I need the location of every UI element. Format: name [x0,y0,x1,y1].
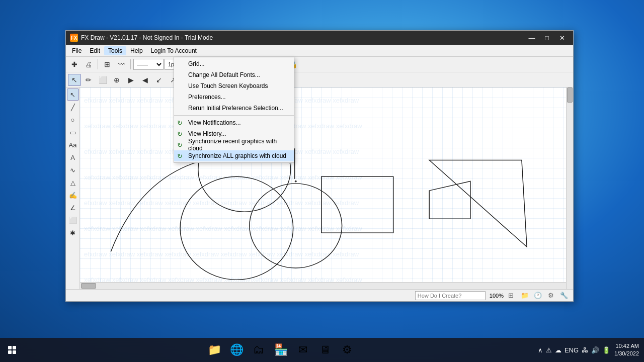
toolbar-arrow2-btn[interactable]: ◀ [138,74,151,86]
tool-rect[interactable]: ▭ [67,126,79,138]
toolbar-row-2: ↖ ✏ ⬜ ⊕ ▶ ◀ ↙ ↗ $p ⚙ 📋 Scale 1:1 2:1 mm … [66,72,573,87]
toolbar-arrow3-btn[interactable]: ↙ [152,74,166,86]
dd-item-view-notifications[interactable]: ↻ View Notifications... [174,117,294,128]
dd-item-touch-keyboard-label: Use Touch Screen Keyboards [188,82,268,89]
tool-bigtext[interactable]: A [67,151,79,163]
warning-icon: ⚠ [546,346,552,354]
taskbar-icon-settings[interactable]: ⚙ [337,340,357,360]
history-icon-btn[interactable]: 🕐 [533,291,543,300]
tools-dropdown-menu: Grid... Change All Default Fonts... Use … [174,57,294,163]
tool-line[interactable]: ╱ [67,101,79,113]
dd-item-grid[interactable]: Grid... [174,58,294,69]
toolbar-pen-btn[interactable]: ✏ [82,74,95,86]
date-display: 1/30/2022 [614,350,639,357]
left-tool-panel: ↖ ╱ ○ ▭ Aa A ∿ △ ✍ ∠ ⬜ ✱ [66,87,80,289]
taskbar: 📁 🌐 🗂 🏪 ✉ 🖥 ⚙ ∧ ⚠ ☁ ENG 🖧 🔊 🔋 10:42 AM 1… [0,338,644,362]
tool-star[interactable]: ✱ [67,227,79,239]
battery-icon: 🔋 [602,346,610,354]
close-button[interactable]: ✕ [555,32,569,43]
zoom-adjust-btn[interactable]: ⊞ [506,291,516,300]
taskbar-icon-store[interactable]: 🏪 [271,340,291,360]
status-icons: 📁 🕐 ⚙ 🔧 [520,291,569,300]
horizontal-scrollbar[interactable] [80,282,566,289]
toolbar-add-btn[interactable]: ✚ [68,58,81,70]
dd-item-sync-all-label: Synchronize ALL graphics with cloud [188,152,286,159]
taskbar-icon-files[interactable]: 📁 [204,340,224,360]
menu-help[interactable]: Help [126,46,147,55]
vertical-scroll-thumb[interactable] [567,87,573,103]
sync-icon-3: ↻ [177,141,183,149]
status-bar: 100% ⊞ 📁 🕐 ⚙ 🔧 [66,289,573,301]
dd-item-preferences-label: Preferences... [188,94,226,101]
windows-logo-icon [8,346,16,354]
toolbar-row-1: ✚ 🖨 ⊞ 〰 —— - - - 1pt 2pt [66,57,573,72]
taskbar-clock: 10:42 AM 1/30/2022 [614,342,639,358]
toolbar-wave-btn[interactable]: 〰 [115,58,128,70]
separator-1 [98,59,98,69]
tool-freehand[interactable]: ✍ [67,189,79,201]
sync-icon-2: ↻ [177,130,183,138]
title-bar: FX FX Draw - V21.01.17 - Not Signed In -… [66,31,573,45]
settings-icon-btn[interactable]: 🔧 [559,291,569,300]
sync-icon-4: ↻ [177,152,183,160]
toolbar-cursor-btn[interactable]: ↖ [68,74,81,86]
tool-angle[interactable]: ∠ [67,202,79,214]
chevron-up-icon[interactable]: ∧ [538,346,543,354]
menu-file[interactable]: File [68,46,86,55]
main-content: ↖ ╱ ○ ▭ Aa A ∿ △ ✍ ∠ ⬜ ✱ efxdraw xefxdra… [66,87,573,289]
taskbar-icon-monitor[interactable]: 🖥 [315,340,335,360]
folder-icon-btn[interactable]: 📁 [520,291,530,300]
dd-item-preferences[interactable]: Preferences... [174,92,294,103]
app-window: FX FX Draw - V21.01.17 - Not Signed In -… [65,30,574,302]
menu-tools[interactable]: Tools [104,46,126,55]
menu-edit[interactable]: Edit [86,46,104,55]
sync-icon-1: ↻ [177,119,183,127]
tool-text[interactable]: Aa [67,139,79,151]
toolbar-arrow1-btn[interactable]: ▶ [124,74,137,86]
dd-item-rerun-prefs-label: Rerun Initial Preference Selection... [188,105,283,112]
title-bar-left: FX FX Draw - V21.01.17 - Not Signed In -… [70,34,213,42]
toolbar-area: ✚ 🖨 ⊞ 〰 —— - - - 1pt 2pt [66,57,573,87]
tool-eraser[interactable]: ⬜ [67,214,79,226]
window-title: FX Draw - V21.01.17 - Not Signed In - Tr… [81,34,213,41]
minimize-button[interactable]: — [525,32,539,43]
network-icon: 🖧 [582,346,588,354]
zoom-display: 100% ⊞ [490,291,516,300]
taskbar-icon-browser[interactable]: 🌐 [226,340,247,360]
tool-circle[interactable]: ○ [67,114,79,126]
tool-polygon[interactable]: △ [67,176,79,189]
vertical-scrollbar[interactable] [566,87,573,289]
system-tray-icons: ∧ ⚠ ☁ ENG 🖧 🔊 🔋 [538,346,610,354]
dd-item-touch-keyboard[interactable]: Use Touch Screen Keyboards [174,80,294,92]
menu-login[interactable]: Login To Account [147,46,201,55]
taskbar-icon-mail[interactable]: ✉ [293,340,313,360]
dd-item-sync-all[interactable]: ↻ Synchronize ALL graphics with cloud [174,150,294,161]
canvas-area: efxdraw xefxdraw xefxdraw xefxdraw xefxd… [80,87,573,289]
dd-item-rerun-prefs[interactable]: Rerun Initial Preference Selection... [174,103,294,114]
dd-item-view-notifications-label: View Notifications... [188,119,241,126]
tool-curve[interactable]: ∿ [67,164,79,176]
start-button[interactable] [0,338,24,362]
dd-item-change-fonts[interactable]: Change All Default Fonts... [174,69,294,80]
toolbar-select-btn[interactable]: ⬜ [96,74,109,86]
tool-pointer[interactable]: ↖ [67,88,79,101]
desktop: FX FX Draw - V21.01.17 - Not Signed In -… [0,0,644,362]
maximize-button[interactable]: □ [540,32,554,43]
app-icon: FX [70,34,78,42]
cloud-icon: ☁ [555,346,561,354]
taskbar-icon-filemanager[interactable]: 🗂 [249,340,269,360]
horizontal-scroll-thumb[interactable] [81,283,96,289]
title-bar-controls: — □ ✕ [525,32,569,43]
taskbar-right: ∧ ⚠ ☁ ENG 🖧 🔊 🔋 10:42 AM 1/30/2022 [538,342,644,358]
toolbar-print-btn[interactable]: 🖨 [82,58,95,70]
volume-icon[interactable]: 🔊 [591,346,599,354]
tools-icon-btn[interactable]: ⚙ [546,291,556,300]
line-style-select[interactable]: —— - - - [133,59,164,70]
help-search-input[interactable] [415,291,486,300]
toolbar-grid-btn[interactable]: ⊞ [101,58,114,70]
dd-item-sync-recent-label: Synchronize recent graphics with cloud [188,138,288,152]
toolbar-move-btn[interactable]: ⊕ [110,74,123,86]
dd-separator-1 [174,115,294,116]
dd-item-sync-recent[interactable]: ↻ Synchronize recent graphics with cloud [174,139,294,150]
time-display: 10:42 AM [614,342,639,350]
